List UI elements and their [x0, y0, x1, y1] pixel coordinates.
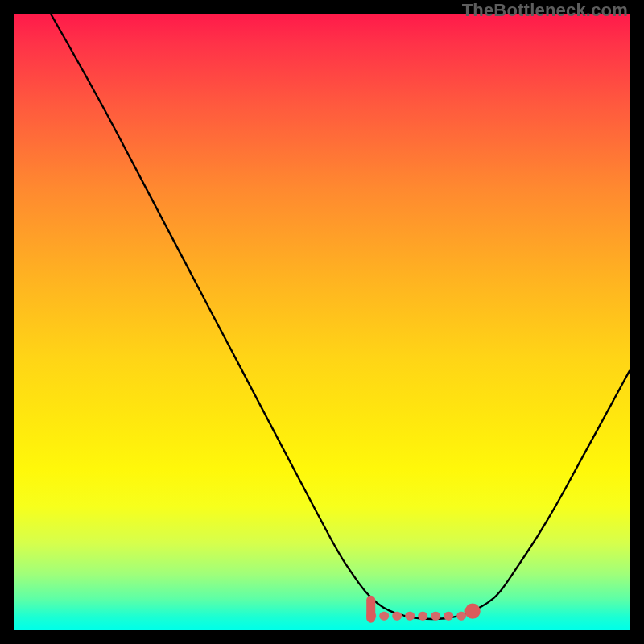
- bottleneck-curve-line: [51, 14, 630, 619]
- watermark-text: TheBottleneck.com: [462, 0, 628, 21]
- chart-svg: [14, 14, 630, 630]
- chart-frame: [14, 14, 630, 630]
- optimal-range-end-dot: [465, 604, 481, 619]
